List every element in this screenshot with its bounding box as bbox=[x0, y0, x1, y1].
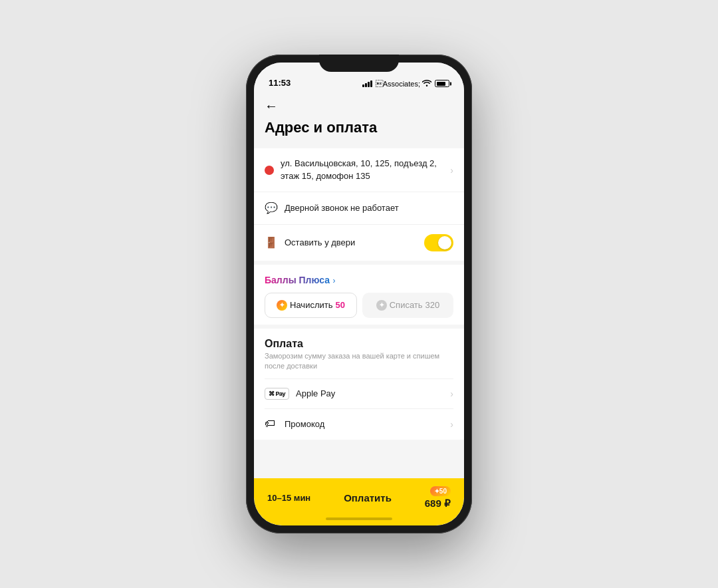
bottom-bar[interactable]: 10–15 мин Оплатить ✦50 689 ₽ bbox=[254, 478, 464, 525]
apple-pay-label: Apple Pay bbox=[296, 388, 450, 400]
spend-value: 320 bbox=[425, 300, 440, 310]
door-icon: 🚪 bbox=[265, 236, 278, 249]
battery-icon bbox=[435, 80, 449, 87]
comment-icon: 💬 bbox=[265, 202, 278, 215]
bonus-title-row[interactable]: Баллы Плюса › bbox=[265, 274, 453, 286]
comment-text: Дверной звонок не работает bbox=[285, 202, 453, 214]
promo-chevron-icon: › bbox=[450, 419, 453, 430]
payment-title: Оплата bbox=[265, 338, 453, 350]
page-title: Адрес и оплата bbox=[265, 119, 453, 136]
address-card: ул. Васильцовская, 10, 125, подъезд 2, э… bbox=[254, 148, 464, 260]
accrue-value: 50 bbox=[335, 300, 344, 310]
leave-at-door-item[interactable]: 🚪 Оставить у двери bbox=[254, 225, 464, 261]
phone-frame: 11:53 Associates; bbox=[246, 55, 472, 533]
address-dot-icon bbox=[265, 166, 274, 175]
spend-coin-icon: ✦ bbox=[376, 300, 387, 311]
phone-notch bbox=[319, 55, 399, 72]
spend-button[interactable]: ✦ Списать 320 bbox=[362, 293, 453, 318]
promo-item[interactable]: 🏷 Промокод › bbox=[265, 408, 453, 440]
payment-subtitle: Заморозим сумму заказа на вашей карте и … bbox=[265, 351, 453, 372]
page-header: ← Адрес и оплата bbox=[254, 92, 464, 144]
phone-screen: 11:53 Associates; bbox=[254, 63, 464, 525]
apple-pay-chevron-icon: › bbox=[450, 388, 453, 399]
spacer bbox=[254, 440, 464, 453]
wifi-icon: Associates; bbox=[376, 79, 431, 88]
promo-label: Промокод bbox=[285, 418, 450, 430]
apple-pay-item[interactable]: ⌘ Pay Apple Pay › bbox=[265, 378, 453, 409]
promo-icon: 🏷 bbox=[265, 418, 278, 431]
signal-icon bbox=[362, 80, 372, 87]
bonus-arrow-icon: › bbox=[332, 276, 335, 285]
leave-at-door-toggle[interactable] bbox=[424, 234, 453, 251]
apple-pay-badge: ⌘ Pay bbox=[265, 388, 289, 400]
pay-button-label[interactable]: Оплатить bbox=[344, 492, 392, 504]
delivery-time: 10–15 мин bbox=[267, 493, 310, 503]
bottom-price: 689 ₽ bbox=[425, 498, 451, 510]
bottom-bonus-badge: ✦50 bbox=[430, 486, 451, 496]
spend-label: Списать bbox=[390, 300, 423, 310]
payment-section: Оплата Заморозим сумму заказа на вашей к… bbox=[254, 329, 464, 440]
back-button[interactable]: ← bbox=[265, 98, 278, 114]
content-area[interactable]: ← Адрес и оплата ул. Васильцовская, 10, … bbox=[254, 92, 464, 478]
status-icons: Associates; bbox=[362, 79, 449, 88]
bonus-buttons: ✦ Начислить 50 ✦ Списать 320 bbox=[265, 293, 453, 318]
bottom-bonus-value: ✦50 bbox=[434, 488, 447, 495]
accrue-label: Начислить bbox=[290, 300, 332, 310]
price-wrapper: ✦50 689 ₽ bbox=[425, 486, 451, 510]
accrue-button[interactable]: ✦ Начислить 50 bbox=[265, 293, 357, 318]
address-item[interactable]: ул. Васильцовская, 10, 125, подъезд 2, э… bbox=[254, 148, 464, 192]
bonus-title: Баллы Плюса bbox=[265, 275, 330, 285]
bonus-section: Баллы Плюса › ✦ Начислить 50 ✦ Списать 3… bbox=[254, 265, 464, 325]
home-indicator bbox=[326, 517, 392, 520]
accrue-coin-icon: ✦ bbox=[277, 300, 287, 311]
comment-item[interactable]: 💬 Дверной звонок не работает bbox=[254, 192, 464, 225]
address-text: ул. Васильцовская, 10, 125, подъезд 2, э… bbox=[281, 158, 450, 182]
address-chevron-icon: › bbox=[450, 165, 453, 176]
status-time: 11:53 bbox=[269, 78, 291, 88]
leave-at-door-label: Оставить у двери bbox=[285, 237, 424, 249]
